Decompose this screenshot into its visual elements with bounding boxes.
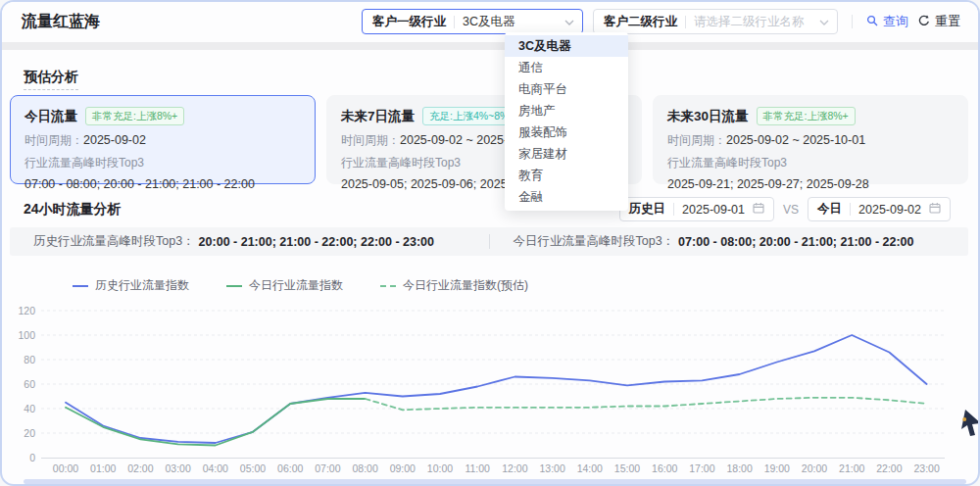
calendar-icon bbox=[753, 202, 764, 217]
svg-text:17:00: 17:00 bbox=[689, 462, 714, 474]
legend-swatch-forecast bbox=[380, 285, 396, 287]
forecast-section-title: 预估分析 bbox=[24, 69, 78, 90]
divider bbox=[852, 15, 853, 28]
line-chart-svg: 02040608010012000:0001:0002:0003:0004:00… bbox=[2, 292, 980, 480]
svg-text:12:00: 12:00 bbox=[502, 462, 527, 474]
svg-text:15:00: 15:00 bbox=[614, 462, 640, 474]
history-peaks-value: 20:00 - 21:00; 21:00 - 22:00; 22:00 - 23… bbox=[199, 235, 434, 249]
peak-label: 行业流量高峰时段Top3 bbox=[667, 155, 954, 171]
status-badge: 充足:上涨4%~8% bbox=[422, 107, 515, 125]
svg-text:20: 20 bbox=[24, 427, 35, 439]
today-date-value: 2025-09-02 bbox=[858, 203, 921, 217]
divider bbox=[673, 203, 674, 216]
history-peaks-label: 历史行业流量高峰时段Top3： bbox=[33, 233, 195, 250]
reset-button[interactable]: 重置 bbox=[918, 13, 960, 30]
history-date-value: 2025-09-01 bbox=[682, 203, 745, 217]
svg-text:11:00: 11:00 bbox=[465, 462, 490, 474]
card-title: 未来30日流量 bbox=[667, 108, 749, 125]
primary-industry-value: 3C及电器 bbox=[463, 14, 557, 30]
refresh-icon bbox=[918, 15, 930, 29]
traffic-line-chart: 02040608010012000:0001:0002:0003:0004:00… bbox=[2, 292, 980, 480]
svg-text:13:00: 13:00 bbox=[539, 462, 564, 474]
svg-text:06:00: 06:00 bbox=[277, 462, 303, 474]
svg-text:0: 0 bbox=[29, 452, 35, 463]
svg-text:120: 120 bbox=[18, 305, 35, 316]
header-divider-band bbox=[2, 42, 978, 50]
today-peak-hours: 今日行业流量高峰时段Top3： 07:00 - 08:00; 20:00 - 2… bbox=[490, 233, 969, 250]
svg-text:02:00: 02:00 bbox=[127, 462, 153, 474]
peak-hours-bar: 历史行业流量高峰时段Top3： 20:00 - 21:00; 21:00 - 2… bbox=[10, 227, 968, 256]
svg-text:07:00: 07:00 bbox=[315, 462, 340, 474]
svg-text:01:00: 01:00 bbox=[90, 462, 116, 474]
svg-text:20:00: 20:00 bbox=[802, 462, 827, 474]
app-window: 流量红蓝海 客户一级行业 3C及电器 客户二级行业 请选择二级行业名称 bbox=[0, 0, 980, 486]
peak-times: 07:00 - 08:00; 20:00 - 21:00; 21:00 - 22… bbox=[24, 177, 301, 191]
legend-swatch-history bbox=[73, 285, 88, 287]
today-peaks-label: 今日行业流量高峰时段Top3： bbox=[514, 233, 675, 250]
date-compare-controls: 历史日 2025-09-01 VS 今日 2025-09-02 bbox=[619, 197, 951, 221]
svg-text:100: 100 bbox=[18, 329, 35, 341]
card-title: 今日流量 bbox=[24, 108, 77, 125]
menu-item-industry[interactable]: 3C及电器 bbox=[505, 35, 628, 57]
status-badge: 非常充足:上涨8%+ bbox=[757, 107, 856, 125]
history-date-picker[interactable]: 历史日 2025-09-01 bbox=[619, 197, 774, 221]
today-peaks-value: 07:00 - 08:00; 20:00 - 21:00; 21:00 - 22… bbox=[678, 235, 913, 249]
chevron-down-icon bbox=[564, 15, 574, 28]
period-value: 2025-09-02 ~ 2025-10-01 bbox=[726, 133, 865, 147]
menu-item-industry[interactable]: 家居建材 bbox=[505, 143, 628, 165]
industry-dropdown-menu: 3C及电器 通信 电商平台 房地产 服装配饰 家居建材 教育 金融 bbox=[505, 32, 628, 211]
svg-text:60: 60 bbox=[24, 378, 35, 390]
secondary-industry-label: 客户二级行业 bbox=[604, 14, 677, 30]
svg-text:05:00: 05:00 bbox=[240, 462, 266, 474]
period-label: 时间周期： bbox=[24, 133, 83, 147]
menu-item-industry[interactable]: 通信 bbox=[505, 57, 628, 78]
vs-label: VS bbox=[783, 203, 799, 217]
menu-item-industry[interactable]: 教育 bbox=[505, 165, 628, 186]
svg-text:19:00: 19:00 bbox=[764, 462, 790, 474]
history-date-label: 历史日 bbox=[629, 201, 666, 218]
page-title: 流量红蓝海 bbox=[22, 12, 100, 32]
divider bbox=[454, 16, 455, 28]
peak-times: 2025-09-21; 2025-09-27; 2025-09-28 bbox=[667, 177, 954, 191]
menu-item-industry[interactable]: 服装配饰 bbox=[505, 122, 628, 143]
mouse-cursor bbox=[961, 410, 980, 443]
svg-text:21:00: 21:00 bbox=[839, 462, 864, 474]
period-label: 时间周期： bbox=[341, 133, 400, 147]
card-title: 未来7日流量 bbox=[341, 108, 415, 125]
today-date-picker[interactable]: 今日 2025-09-02 bbox=[808, 197, 951, 221]
period-label: 时间周期： bbox=[667, 133, 726, 147]
hourly-section-title: 24小时流量分析 bbox=[24, 201, 122, 219]
peak-label: 行业流量高峰时段Top3 bbox=[24, 155, 301, 171]
secondary-industry-select[interactable]: 客户二级行业 请选择二级行业名称 bbox=[593, 9, 838, 34]
svg-text:22:00: 22:00 bbox=[876, 462, 902, 474]
svg-text:18:00: 18:00 bbox=[726, 462, 752, 474]
svg-text:40: 40 bbox=[24, 403, 35, 414]
today-date-label: 今日 bbox=[817, 201, 842, 218]
secondary-industry-placeholder: 请选择二级行业名称 bbox=[694, 14, 811, 30]
query-label: 查询 bbox=[883, 13, 908, 30]
status-badge: 非常充足:上涨8%+ bbox=[85, 107, 184, 125]
card-next-30-days[interactable]: 未来30日流量 非常充足:上涨8%+ 时间周期：2025-09-02 ~ 202… bbox=[653, 95, 968, 184]
chart-scrollbar[interactable] bbox=[24, 479, 966, 484]
svg-text:23:00: 23:00 bbox=[913, 462, 939, 474]
menu-item-industry[interactable]: 电商平台 bbox=[505, 78, 628, 100]
svg-text:80: 80 bbox=[24, 354, 35, 365]
calendar-icon bbox=[929, 202, 941, 217]
divider bbox=[850, 203, 851, 216]
hourly-section-header: 24小时流量分析 历史日 2025-09-01 VS 今日 2025-09-02 bbox=[24, 197, 951, 221]
svg-text:04:00: 04:00 bbox=[203, 462, 228, 474]
menu-item-industry[interactable]: 金融 bbox=[505, 186, 628, 208]
primary-industry-select[interactable]: 客户一级行业 3C及电器 bbox=[362, 9, 583, 34]
svg-text:08:00: 08:00 bbox=[352, 462, 377, 474]
search-icon bbox=[866, 15, 878, 29]
menu-item-industry[interactable]: 房地产 bbox=[505, 100, 628, 122]
divider bbox=[685, 16, 686, 28]
chevron-down-icon bbox=[819, 15, 829, 28]
card-today-traffic[interactable]: 今日流量 非常充足:上涨8%+ 时间周期：2025-09-02 行业流量高峰时段… bbox=[10, 95, 316, 184]
svg-text:03:00: 03:00 bbox=[165, 462, 190, 474]
filter-controls: 客户一级行业 3C及电器 客户二级行业 请选择二级行业名称 bbox=[362, 9, 960, 34]
header: 流量红蓝海 客户一级行业 3C及电器 客户二级行业 请选择二级行业名称 bbox=[2, 2, 978, 41]
query-button[interactable]: 查询 bbox=[866, 13, 908, 30]
svg-text:09:00: 09:00 bbox=[390, 462, 416, 474]
svg-text:10:00: 10:00 bbox=[427, 462, 453, 474]
